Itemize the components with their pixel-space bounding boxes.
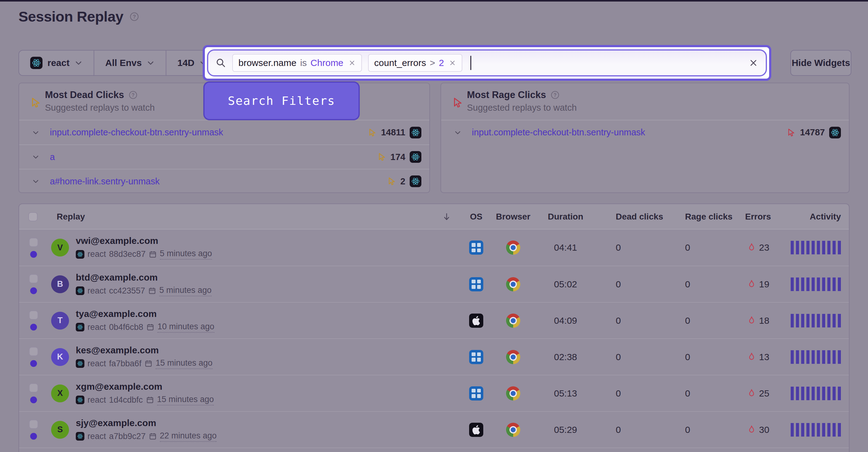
unseen-indicator	[30, 251, 37, 258]
remove-filter-icon[interactable]	[449, 59, 456, 66]
column-header-os[interactable]: OS	[462, 212, 490, 222]
apple-icon	[469, 423, 483, 437]
dead-click-cursor-icon	[377, 152, 386, 162]
calendar-icon	[146, 396, 154, 404]
selector-link[interactable]: a	[50, 152, 55, 162]
windows-icon	[469, 241, 483, 255]
column-header-activity[interactable]: Activity	[783, 212, 849, 222]
tooltip-label: Search Filters	[228, 94, 335, 108]
replay-user-link[interactable]: sjy@example.com	[76, 418, 217, 428]
hide-widgets-button[interactable]: Hide Widgets	[790, 50, 851, 76]
project-slug: react	[88, 395, 106, 405]
table-header: Replay OS Browser Duration Dead clicks R…	[19, 204, 849, 229]
row-checkbox[interactable]	[29, 420, 38, 429]
project-slug: react	[88, 249, 106, 259]
filter-key: count_errors	[374, 58, 426, 68]
row-checkbox[interactable]	[29, 383, 38, 393]
replay-user-link[interactable]: xgm@example.com	[76, 382, 214, 392]
expand-chevron-icon[interactable]	[32, 153, 39, 161]
table-row[interactable]	[19, 448, 849, 452]
react-project-icon	[829, 127, 841, 138]
error-fire-icon	[747, 279, 756, 289]
column-header-duration[interactable]: Duration	[536, 212, 595, 222]
activity-bars	[791, 241, 841, 254]
select-all-checkbox[interactable]	[28, 212, 38, 221]
column-header-browser[interactable]: Browser	[490, 212, 536, 222]
row-checkbox[interactable]	[29, 274, 38, 283]
dead-click-count: 14811	[381, 128, 405, 138]
time-ago[interactable]: 15 minutes ago	[157, 395, 214, 405]
duration-value: 02:38	[536, 352, 595, 362]
errors-value: 30	[759, 425, 769, 435]
rage-clicks-value: 0	[664, 242, 734, 253]
chrome-icon	[506, 241, 520, 255]
environment-filter[interactable]: All Envs	[94, 51, 166, 75]
table-row[interactable]: T tya@example.com react 0b4f6cb8 10 minu…	[19, 302, 849, 339]
table-row[interactable]: X xgm@example.com react 1d4cdbfc 15 minu…	[19, 375, 849, 411]
dead-click-count: 174	[391, 152, 405, 162]
help-icon[interactable]	[129, 12, 139, 22]
row-checkbox[interactable]	[29, 347, 38, 356]
expand-chevron-icon[interactable]	[454, 129, 461, 136]
filter-chip[interactable]: browser.name is Chrome	[232, 54, 362, 72]
rage-click-row: input.complete-checkout-btn.sentry-unmas…	[441, 120, 849, 145]
unseen-indicator	[30, 433, 37, 440]
search-input[interactable]: browser.name is Chrome count_errors > 2	[207, 49, 767, 77]
calendar-icon	[146, 323, 154, 331]
time-ago[interactable]: 5 minutes ago	[160, 249, 212, 260]
column-header-replay[interactable]: Replay	[57, 212, 85, 222]
rage-clicks-value: 0	[664, 352, 734, 362]
environment-filter-label: All Envs	[105, 58, 142, 68]
time-ago[interactable]: 10 minutes ago	[157, 322, 214, 333]
windows-icon	[469, 386, 483, 400]
duration-value: 05:02	[536, 279, 595, 289]
selector-link[interactable]: input.complete-checkout-btn.sentry-unmas…	[472, 128, 645, 138]
react-project-icon	[410, 175, 422, 187]
replay-user-link[interactable]: tya@example.com	[76, 309, 214, 319]
remove-filter-icon[interactable]	[348, 59, 356, 66]
filter-operator: is	[300, 58, 307, 68]
time-ago[interactable]: 5 minutes ago	[159, 285, 212, 296]
table-row[interactable]: K kes@example.com react fa7bba6f 15 minu…	[19, 339, 849, 375]
apple-icon	[469, 314, 483, 328]
widget-subtitle: Suggested replays to watch	[467, 103, 849, 113]
replay-user-link[interactable]: kes@example.com	[76, 345, 213, 356]
help-icon[interactable]	[551, 90, 560, 100]
calendar-icon	[148, 287, 156, 295]
row-checkbox[interactable]	[29, 310, 38, 320]
table-row[interactable]: V vwi@example.com react 88d3ec87 5 minut…	[19, 229, 849, 266]
rage-click-count: 14787	[800, 128, 825, 138]
filter-value: Chrome	[310, 58, 343, 68]
dead-clicks-value: 0	[595, 242, 664, 253]
rage-click-cursor-icon	[786, 128, 796, 137]
filter-operator: >	[430, 58, 435, 68]
expand-chevron-icon[interactable]	[32, 177, 39, 185]
dead-clicks-value: 0	[595, 352, 664, 362]
filter-chip[interactable]: count_errors > 2	[368, 54, 463, 72]
rage-clicks-widget: Most Rage Clicks Suggested replays to wa…	[440, 83, 849, 193]
expand-chevron-icon[interactable]	[32, 129, 39, 136]
dead-click-row: input.complete-checkout-btn.sentry-unmas…	[19, 120, 429, 145]
errors-value: 18	[759, 315, 769, 326]
filter-key: browser.name	[239, 58, 296, 68]
selector-link[interactable]: input.complete-checkout-btn.sentry-unmas…	[50, 128, 223, 138]
selector-link[interactable]: a#home-link.sentry-unmask	[50, 176, 160, 187]
column-header-dead-clicks[interactable]: Dead clicks	[595, 212, 664, 222]
sort-descending-icon[interactable]	[442, 212, 451, 221]
column-header-rage-clicks[interactable]: Rage clicks	[664, 212, 734, 222]
time-ago[interactable]: 22 minutes ago	[160, 431, 217, 442]
table-row[interactable]: S sjy@example.com react a7bb9c27 22 minu…	[19, 411, 849, 448]
react-project-icon	[30, 57, 42, 69]
project-filter[interactable]: react	[19, 51, 94, 75]
help-icon[interactable]	[128, 90, 138, 100]
search-icon	[216, 58, 226, 68]
row-checkbox[interactable]	[29, 238, 38, 247]
time-ago[interactable]: 15 minutes ago	[156, 358, 213, 369]
clear-search-icon[interactable]	[748, 58, 758, 68]
replay-user-link[interactable]: btd@example.com	[76, 272, 212, 283]
column-header-errors[interactable]: Errors	[734, 212, 783, 222]
table-row[interactable]: B btd@example.com react cc423557 5 minut…	[19, 266, 849, 302]
project-slug: react	[88, 359, 106, 368]
replay-table: Replay OS Browser Duration Dead clicks R…	[19, 203, 849, 452]
replay-user-link[interactable]: vwi@example.com	[76, 235, 212, 246]
